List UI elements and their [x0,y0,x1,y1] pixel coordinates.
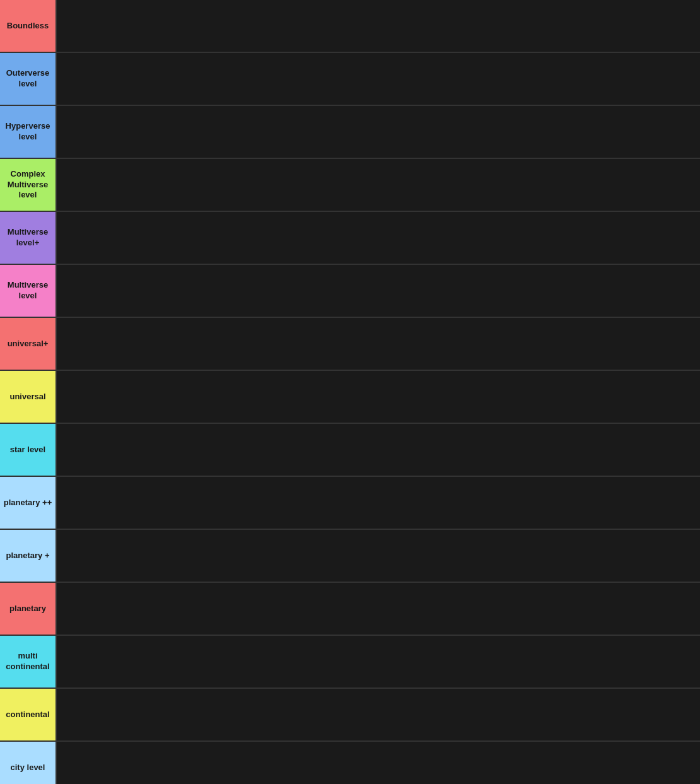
tier-row-universal-plus: universal+ [0,318,700,371]
tier-row-boundless: Boundless [0,0,700,53]
tier-content-continental[interactable] [57,689,700,740]
tier-list: BoundlessOuterverse levelHyperverse leve… [0,0,700,784]
tier-row-multiverse-level: Multiverse level [0,265,700,318]
tier-content-planetary-plusplus[interactable] [57,477,700,529]
tier-row-planetary: planetary [0,583,700,636]
tier-label-multiverse-level-plus: Multiverse level+ [0,212,57,264]
tier-row-outerverse-level: Outerverse level [0,53,700,106]
tier-label-city-level: city level [0,742,57,784]
tier-row-planetary-plusplus: planetary ++ [0,477,700,530]
tier-content-city-level[interactable] [57,742,700,784]
tier-row-continental: continental [0,689,700,742]
tier-label-complex-multiverse-level: Complex Multiverse level [0,159,57,211]
tier-row-star-level: star level [0,424,700,477]
tier-label-planetary: planetary [0,583,57,635]
tier-content-multiverse-level-plus[interactable] [57,212,700,264]
tier-label-multi-continental: multi continental [0,636,57,687]
tier-row-multi-continental: multi continental [0,636,700,689]
tier-label-universal: universal [0,371,57,423]
tier-row-planetary-plus: planetary + [0,530,700,583]
tier-row-multiverse-level-plus: Multiverse level+ [0,212,700,265]
tier-content-multi-continental[interactable] [57,636,700,687]
tier-content-multiverse-level[interactable] [57,265,700,317]
tier-content-planetary-plus[interactable] [57,530,700,582]
tier-label-continental: continental [0,689,57,740]
tier-row-complex-multiverse-level: Complex Multiverse level [0,159,700,212]
tier-content-hyperverse-level[interactable] [57,106,700,158]
tier-label-multiverse-level: Multiverse level [0,265,57,317]
tier-content-outerverse-level[interactable] [57,53,700,105]
tier-row-hyperverse-level: Hyperverse level [0,106,700,159]
tier-label-planetary-plusplus: planetary ++ [0,477,57,529]
tier-content-universal[interactable] [57,371,700,423]
tier-content-boundless[interactable] [57,0,700,52]
tier-row-city-level: city level [0,742,700,784]
tier-label-planetary-plus: planetary + [0,530,57,582]
tier-content-star-level[interactable] [57,424,700,476]
tier-content-planetary[interactable] [57,583,700,635]
tier-label-hyperverse-level: Hyperverse level [0,106,57,158]
tier-label-universal-plus: universal+ [0,318,57,370]
tier-label-boundless: Boundless [0,0,57,52]
tier-label-outerverse-level: Outerverse level [0,53,57,105]
tier-content-universal-plus[interactable] [57,318,700,370]
tier-label-star-level: star level [0,424,57,476]
tier-row-universal: universal [0,371,700,424]
tier-content-complex-multiverse-level[interactable] [57,159,700,211]
